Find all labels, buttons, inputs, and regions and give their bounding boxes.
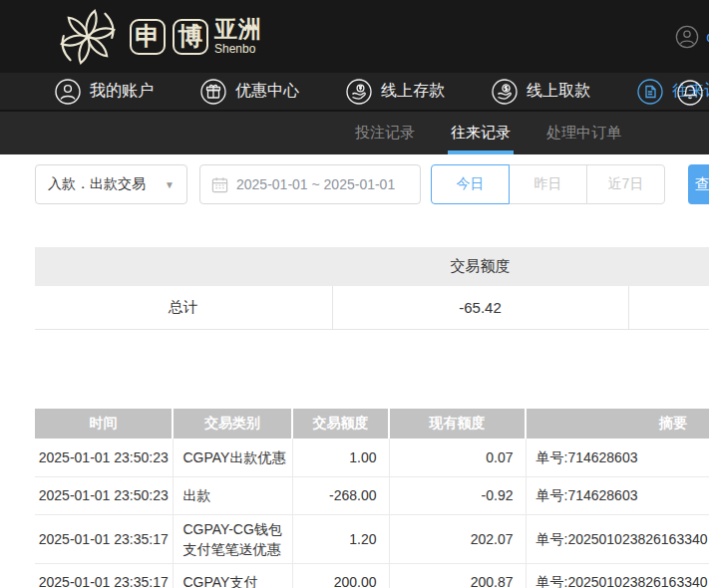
column-type: 交易类别 (173, 409, 292, 439)
cell-amount: 200.00 (292, 563, 389, 588)
cell-note: 单号:202501023826163340 (526, 514, 709, 563)
cell-balance: 0.07 (389, 439, 526, 476)
last7days-button[interactable]: 近7日 (586, 164, 665, 204)
top-header: 申 博 亚洲 Shenbo qb (0, 0, 709, 73)
logo-char-bo: 博 (173, 19, 208, 55)
today-button[interactable]: 今日 (431, 164, 510, 204)
cell-type: CGPAY支付 (173, 563, 292, 588)
table-row: 2025-01-01 23:35:17 CGPAY-CG钱包支付笔笔送优惠 1.… (35, 514, 709, 563)
summary-header-amount: 交易额度 (332, 247, 628, 286)
summary-total-empty (628, 286, 709, 329)
summary-total-row: 总计 -65.42 (35, 286, 709, 329)
summary-header-empty2 (628, 247, 709, 286)
date-range-value: 2025-01-01 ~ 2025-01-01 (236, 176, 395, 192)
cell-time: 2025-01-01 23:50:23 (35, 476, 173, 514)
nav-item-deposit[interactable]: 线上存款 (346, 79, 445, 105)
cell-amount: 1.00 (292, 439, 389, 476)
avatar-icon (675, 25, 699, 49)
transaction-type-value: 入款．出款交易 (48, 175, 146, 193)
cell-note: 单号:202501023826163340 (526, 563, 709, 588)
nav-item-promotions[interactable]: 优惠中心 (200, 79, 299, 105)
bell-icon (677, 80, 703, 106)
tab-bet-records[interactable]: 投注记录 (352, 112, 418, 154)
calendar-icon (211, 176, 228, 193)
date-range-input[interactable]: 2025-01-01 ~ 2025-01-01 (199, 164, 421, 204)
withdraw-icon (492, 79, 518, 105)
user-area[interactable]: qb (675, 0, 709, 73)
summary-header-row: 交易额度 (35, 247, 709, 286)
transaction-table: 时间 交易类别 交易额度 现有额度 摘要 2025-01-01 23:50:23… (35, 409, 709, 588)
caret-down-icon: ▼ (165, 179, 175, 190)
logo-char-shen: 申 (130, 19, 166, 55)
logo-region-text: 亚洲 (214, 18, 262, 41)
transaction-table-body: 2025-01-01 23:50:23 CGPAY出款优惠 1.00 0.07 … (35, 439, 709, 588)
tab-label: 往来记录 (451, 124, 511, 143)
filter-row: 入款．出款交易 ▼ 2025-01-01 ~ 2025-01-01 今日 昨日 … (0, 164, 709, 204)
cell-type: CGPAY-CG钱包支付笔笔送优惠 (173, 514, 292, 563)
cell-amount: 1.20 (292, 514, 389, 563)
records-icon (637, 79, 663, 105)
cell-note: 单号:714628603 (526, 476, 709, 514)
nav-item-label: 线上取款 (527, 81, 590, 102)
site-logo[interactable]: 申 博 亚洲 Shenbo (57, 6, 262, 68)
table-row: 2025-01-01 23:35:17 CGPAY支付 200.00 200.8… (35, 563, 709, 588)
summary-table: 交易额度 总计 -65.42 (35, 247, 709, 330)
cell-time: 2025-01-01 23:50:23 (35, 439, 173, 476)
notification-bell[interactable] (677, 80, 703, 106)
nav-item-my-account[interactable]: 我的账户 (55, 79, 154, 105)
tab-transaction-records[interactable]: 往来记录 (448, 112, 514, 154)
user-icon (55, 79, 81, 105)
column-balance: 现有额度 (389, 409, 526, 439)
table-row: 2025-01-01 23:50:23 CGPAY出款优惠 1.00 0.07 … (35, 439, 709, 476)
column-time: 时间 (35, 409, 173, 439)
content-area: 入款．出款交易 ▼ 2025-01-01 ~ 2025-01-01 今日 昨日 … (0, 154, 709, 588)
flower-logo-icon (57, 6, 119, 68)
cell-balance: 202.07 (389, 514, 526, 563)
nav-item-label: 我的账户 (90, 81, 154, 102)
sub-nav: 投注记录 往来记录 处理中订单 (0, 112, 709, 154)
summary-header-empty (35, 247, 332, 286)
cell-type: 出款 (173, 476, 292, 514)
nav-item-label: 优惠中心 (235, 81, 299, 102)
column-amount: 交易额度 (292, 409, 389, 439)
logo-subtitle-text: Shenbo (214, 43, 262, 55)
gift-icon (200, 79, 226, 105)
transaction-header-row: 时间 交易类别 交易额度 现有额度 摘要 (35, 409, 709, 439)
tab-label: 投注记录 (355, 124, 415, 143)
cell-balance: -0.92 (389, 476, 526, 514)
nav-item-label: 线上存款 (381, 81, 445, 102)
tab-label: 处理中订单 (546, 124, 621, 143)
yesterday-button[interactable]: 昨日 (509, 164, 587, 204)
main-nav: 我的账户 优惠中心 线上存款 (0, 73, 709, 112)
cell-time: 2025-01-01 23:35:17 (35, 514, 173, 563)
summary-total-value: -65.42 (332, 286, 628, 329)
deposit-icon (346, 79, 372, 105)
quick-date-buttons: 今日 昨日 近7日 (431, 164, 665, 204)
tab-pending-orders[interactable]: 处理中订单 (543, 112, 624, 154)
table-row: 2025-01-01 23:50:23 出款 -268.00 -0.92 单号:… (35, 476, 709, 514)
summary-total-label: 总计 (35, 286, 332, 329)
cell-note: 单号:714628603 (526, 439, 709, 476)
cell-amount: -268.00 (292, 476, 389, 514)
transaction-type-select[interactable]: 入款．出款交易 ▼ (35, 164, 187, 204)
column-note: 摘要 (526, 409, 709, 439)
cell-type: CGPAY出款优惠 (173, 439, 292, 476)
nav-item-withdraw[interactable]: 线上取款 (492, 79, 590, 105)
cell-time: 2025-01-01 23:35:17 (35, 563, 173, 588)
cell-balance: 200.87 (389, 563, 526, 588)
search-button[interactable]: 查询 (688, 164, 709, 204)
